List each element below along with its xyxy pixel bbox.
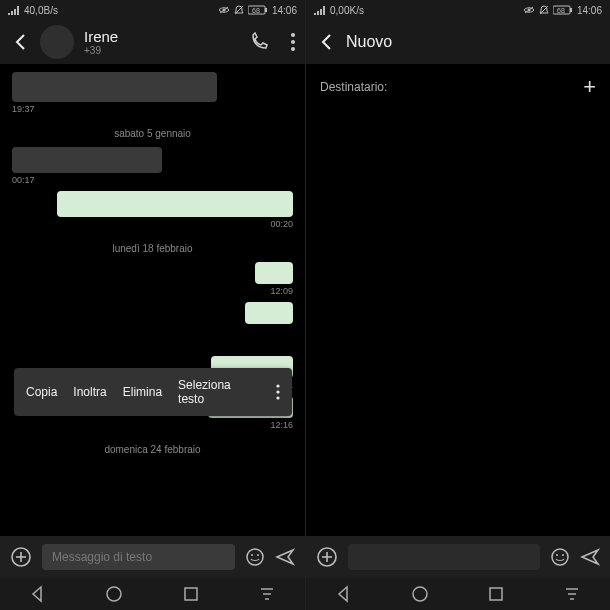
recipient-row[interactable]: Destinatario: +	[306, 64, 610, 110]
battery-icon: 68	[553, 5, 573, 15]
more-icon[interactable]	[291, 33, 295, 51]
context-select[interactable]: Seleziona testo	[178, 378, 260, 406]
context-copy[interactable]: Copia	[26, 385, 57, 399]
nav-back-icon[interactable]	[29, 585, 47, 603]
message-in[interactable]	[12, 147, 162, 173]
svg-text:68: 68	[557, 7, 565, 14]
context-menu: Copia Inoltra Elimina Seleziona testo	[14, 368, 292, 416]
contact-info[interactable]: Irene +39	[84, 28, 227, 56]
add-recipient-icon[interactable]: +	[583, 74, 596, 100]
contact-name: Irene	[84, 28, 227, 45]
timestamp: 00:20	[270, 219, 293, 229]
svg-text:68: 68	[252, 7, 260, 14]
svg-point-15	[247, 549, 263, 565]
compose-header: Nuovo	[306, 20, 610, 64]
chat-header: Irene +39	[0, 20, 305, 64]
date-divider: domenica 24 febbraio	[12, 444, 293, 455]
svg-rect-36	[490, 588, 502, 600]
timestamp: 19:37	[12, 104, 35, 114]
nav-home-icon[interactable]	[105, 585, 123, 603]
back-icon[interactable]	[10, 32, 30, 52]
emoji-icon[interactable]	[550, 547, 570, 567]
nav-bar	[0, 578, 305, 610]
net-speed: 40,0B/s	[24, 5, 58, 16]
message-out[interactable]	[57, 191, 293, 217]
composer: Messaggio di testo	[0, 536, 305, 578]
context-more-icon[interactable]	[276, 384, 280, 400]
signal-icon	[314, 5, 326, 15]
timestamp: 12:16	[270, 420, 293, 430]
net-speed: 0,00K/s	[330, 5, 364, 16]
nav-recent-icon[interactable]	[182, 585, 200, 603]
svg-point-16	[251, 554, 253, 556]
svg-point-34	[562, 554, 564, 556]
recipient-label: Destinatario:	[320, 80, 387, 94]
composer	[306, 536, 610, 578]
message-input[interactable]	[348, 544, 540, 570]
svg-point-7	[291, 40, 295, 44]
svg-point-6	[291, 33, 295, 37]
signal-icon	[8, 5, 20, 15]
svg-rect-19	[185, 588, 197, 600]
left-screen: 40,0B/s 68 14:06 Irene +39	[0, 0, 305, 610]
svg-point-35	[413, 587, 427, 601]
send-icon[interactable]	[580, 547, 600, 567]
alarm-off-icon	[234, 5, 244, 15]
empty-body	[306, 110, 610, 536]
message-in[interactable]	[12, 72, 217, 102]
svg-point-33	[556, 554, 558, 556]
status-bar: 0,00K/s 68 14:06	[306, 0, 610, 20]
right-screen: 0,00K/s 68 14:06 Nuovo Destinatario: +	[305, 0, 610, 610]
header-title: Nuovo	[346, 33, 600, 51]
chat-body[interactable]: 19:37 sabato 5 gennaio 00:17 00:20 luned…	[0, 64, 305, 536]
context-delete[interactable]: Elimina	[123, 385, 162, 399]
nav-drawer-icon[interactable]	[258, 585, 276, 603]
nav-drawer-icon[interactable]	[563, 585, 581, 603]
alarm-off-icon	[539, 5, 549, 15]
message-out[interactable]	[255, 262, 293, 284]
nav-home-icon[interactable]	[411, 585, 429, 603]
message-input[interactable]: Messaggio di testo	[42, 544, 235, 570]
attach-icon[interactable]	[316, 546, 338, 568]
svg-point-17	[257, 554, 259, 556]
emoji-icon[interactable]	[245, 547, 265, 567]
timestamp: 12:09	[270, 286, 293, 296]
timestamp: 00:17	[12, 175, 35, 185]
date-divider: sabato 5 gennaio	[12, 128, 293, 139]
avatar[interactable]	[40, 25, 74, 59]
eye-off-icon	[218, 5, 230, 15]
nav-recent-icon[interactable]	[487, 585, 505, 603]
date-divider: lunedì 18 febbraio	[12, 243, 293, 254]
status-bar: 40,0B/s 68 14:06	[0, 0, 305, 20]
svg-point-8	[291, 47, 295, 51]
nav-bar	[306, 578, 610, 610]
eye-off-icon	[523, 5, 535, 15]
call-icon[interactable]	[249, 32, 269, 52]
svg-rect-27	[570, 8, 572, 12]
message-out[interactable]	[245, 302, 293, 324]
svg-rect-4	[265, 8, 267, 12]
attach-icon[interactable]	[10, 546, 32, 568]
svg-point-9	[276, 384, 279, 387]
back-icon[interactable]	[316, 32, 336, 52]
svg-point-10	[276, 390, 279, 393]
send-icon[interactable]	[275, 547, 295, 567]
status-time: 14:06	[272, 5, 297, 16]
battery-icon: 68	[248, 5, 268, 15]
status-time: 14:06	[577, 5, 602, 16]
nav-back-icon[interactable]	[335, 585, 353, 603]
message-placeholder: Messaggio di testo	[52, 550, 152, 564]
contact-phone: +39	[84, 45, 227, 56]
svg-point-11	[276, 396, 279, 399]
svg-point-18	[107, 587, 121, 601]
svg-point-32	[552, 549, 568, 565]
context-forward[interactable]: Inoltra	[73, 385, 106, 399]
